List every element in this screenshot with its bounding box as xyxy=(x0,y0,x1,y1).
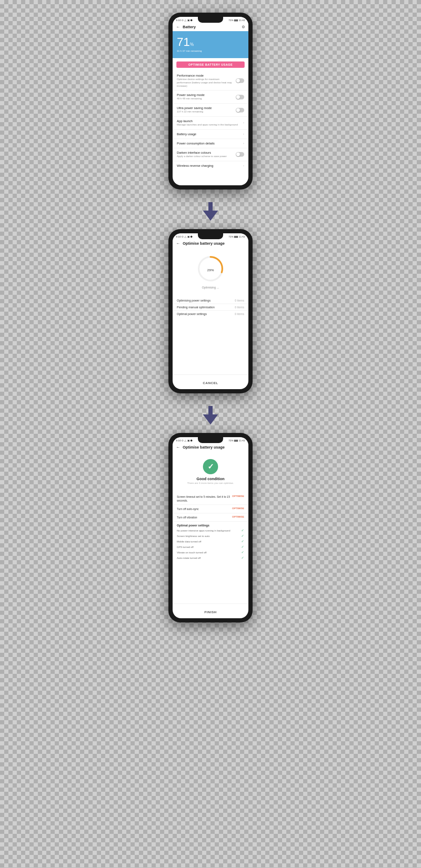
battery-remaining: 31 h 37 min remaining xyxy=(177,50,244,52)
setting-title-4: Battery usage xyxy=(177,132,241,136)
status-right-1: 71% ▮▮▮ 11:42 xyxy=(229,19,245,21)
optimal-check-4: ✓ xyxy=(241,550,244,554)
gear-icon-1[interactable]: ⚙ xyxy=(242,25,245,29)
setting-app-launch[interactable]: App launch Manage launches and apps runn… xyxy=(173,117,248,130)
optimise-list-2: Optimal power settings 0 items xyxy=(173,311,248,317)
chevron-right-7: › xyxy=(243,164,244,168)
optimise-list-title-1: Pending manual optimisation xyxy=(177,306,215,309)
page-title-1: Battery xyxy=(183,25,242,29)
setting-title-0: Performance mode xyxy=(177,74,234,77)
setting-sub-6: Apply a darker colour scheme to save pow… xyxy=(177,155,234,158)
optimal-4: Vibrate on touch turned off ✓ xyxy=(173,550,248,555)
optimal-text-4: Vibrate on touch turned off xyxy=(177,551,207,554)
optimal-text-1: Screen brightness set to auto xyxy=(177,535,210,537)
optimise-action-1[interactable]: OPTIMISE xyxy=(232,507,244,510)
optimising-label: Optimising ... xyxy=(202,286,219,289)
optimal-check-3: ✓ xyxy=(241,545,244,549)
progress-area: 29% Optimising ... xyxy=(173,248,248,297)
condition-title: Good condition xyxy=(197,477,225,481)
setting-battery-usage[interactable]: Battery usage › xyxy=(173,130,248,139)
status-left-3: 9:10 ⊙ △ ▣ ⬟ xyxy=(176,439,192,442)
check-mark-icon: ✓ xyxy=(208,463,214,470)
pending-item-1: Turn off auto-sync OPTIMISE xyxy=(173,505,248,513)
optimal-text-0: No power intensive apps running in backg… xyxy=(177,529,230,532)
complete-area: ✓ Good condition There are 3 more items … xyxy=(173,451,248,493)
toggle-0[interactable] xyxy=(236,78,244,83)
arrow-down-2 xyxy=(203,414,218,425)
optimise-battery-button[interactable]: OPTIMISE BATTERY USAGE xyxy=(176,61,245,68)
notch-3 xyxy=(198,437,223,443)
optimal-text-5: Auto-rotate turned off xyxy=(177,557,201,559)
flow-arrow-1 xyxy=(203,202,218,221)
cancel-button[interactable]: CANCEL xyxy=(203,381,218,385)
screen-2: 9:10 ⊙ △ ▣ ⬟ 71% ▮▮▮ 11:42 ← Optimise ba… xyxy=(173,233,248,389)
optimal-1: Screen brightness set to auto ✓ xyxy=(173,533,248,539)
setting-sub-1: 49 h 48 min remaining xyxy=(177,97,234,101)
setting-title-5: Power consumption details xyxy=(177,142,241,145)
optimal-2: Mobile data turned off ✓ xyxy=(173,539,248,544)
screen-3: 9:10 ⊙ △ ▣ ⬟ 71% ▮▮▮ 11:42 ← Optimise ba… xyxy=(173,437,248,618)
optimal-check-5: ✓ xyxy=(241,556,244,560)
setting-power-consumption[interactable]: Power consumption details › xyxy=(173,139,248,148)
optimise-list-title-2: Optimal power settings xyxy=(177,312,207,315)
setting-title-3: App launch xyxy=(177,119,241,123)
optimal-text-3: GPS turned off xyxy=(177,546,194,548)
page-title-3: Optimise battery usage xyxy=(183,445,245,449)
back-arrow-1[interactable]: ← xyxy=(176,24,180,29)
check-circle: ✓ xyxy=(203,459,218,474)
setting-sub-3: Manage launches and apps running in the … xyxy=(177,123,241,127)
optimal-check-1: ✓ xyxy=(241,534,244,538)
optimal-5: Auto-rotate turned off ✓ xyxy=(173,555,248,561)
top-bar-2: ← Optimise battery usage xyxy=(173,239,248,248)
setting-sub-0: Optimise device settings for maximum per… xyxy=(177,78,234,88)
optimise-action-2[interactable]: OPTIMISE xyxy=(232,515,244,518)
toggle-1[interactable] xyxy=(236,95,244,99)
finish-button[interactable]: FINISH xyxy=(204,610,216,614)
back-arrow-3[interactable]: ← xyxy=(176,445,180,449)
setting-darken-interface: Darken interface colours Apply a darker … xyxy=(173,148,248,161)
status-right-2: 71% ▮▮▮ 11:42 xyxy=(229,235,245,238)
optimal-3: GPS turned off ✓ xyxy=(173,544,248,550)
top-bar-3: ← Optimise battery usage xyxy=(173,443,248,451)
pending-text-0: Screen timeout set to 5 minutes. Set it … xyxy=(177,495,230,502)
setting-power-saving: Power saving mode 49 h 48 min remaining xyxy=(173,91,248,104)
toggle-2[interactable] xyxy=(236,108,244,112)
optimal-check-2: ✓ xyxy=(241,539,244,543)
cancel-bar: CANCEL xyxy=(173,374,248,389)
optimise-list-title-0: Optimising power settings xyxy=(177,299,210,302)
arrow-down-1 xyxy=(203,211,218,221)
pending-item-0: Screen timeout set to 5 minutes. Set it … xyxy=(173,493,248,505)
optimal-text-2: Mobile data turned off xyxy=(177,540,201,543)
setting-title-2: Ultra power saving mode xyxy=(177,106,234,110)
screen-1: 9:10 ⊙ △ ▣ ⬟ 71% ▮▮▮ 11:42 ← Battery ⚙ 7… xyxy=(173,17,248,185)
optimal-check-0: ✓ xyxy=(241,529,244,532)
optimise-list-1: Pending manual optimisation 0 items xyxy=(173,304,248,311)
setting-sub-2: 137 h 22 min remaining xyxy=(177,110,234,114)
battery-percentage-display: 71% xyxy=(177,35,244,49)
setting-wireless-charging[interactable]: Wireless reverse charging › xyxy=(173,161,248,170)
setting-performance-mode: Performance mode Optimise device setting… xyxy=(173,71,248,91)
chevron-right-4: › xyxy=(243,132,244,136)
pending-text-1: Turn off auto-sync xyxy=(177,507,230,511)
setting-title-6: Darken interface colours xyxy=(177,151,234,155)
chevron-right-5: › xyxy=(243,142,244,145)
flow-arrow-2 xyxy=(203,406,218,425)
top-bar-1: ← Battery ⚙ xyxy=(173,22,248,31)
optimise-list-count-1: 0 items xyxy=(234,306,244,309)
optimise-action-0[interactable]: OPTIMISE xyxy=(232,495,244,497)
battery-unit: % xyxy=(190,42,194,47)
toggle-6[interactable] xyxy=(236,152,244,157)
optimise-list-count-0: 0 items xyxy=(234,299,244,302)
progress-number: 29% xyxy=(207,264,214,273)
optimal-0: No power intensive apps running in backg… xyxy=(173,528,248,533)
phone-frame-3: 9:10 ⊙ △ ▣ ⬟ 71% ▮▮▮ 11:42 ← Optimise ba… xyxy=(168,433,253,622)
condition-subtitle: There are 3 more items you can optimise. xyxy=(187,482,234,484)
notch xyxy=(198,17,223,23)
optimal-section-header: Optimal power settings xyxy=(173,522,248,528)
notch-2 xyxy=(198,233,223,239)
back-arrow-2[interactable]: ← xyxy=(176,241,180,246)
phone-frame-1: 9:10 ⊙ △ ▣ ⬟ 71% ▮▮▮ 11:42 ← Battery ⚙ 7… xyxy=(168,13,253,190)
optimise-list-count-2: 0 items xyxy=(234,312,244,315)
finish-bar: FINISH xyxy=(173,604,248,618)
setting-title-7: Wireless reverse charging xyxy=(177,164,241,168)
